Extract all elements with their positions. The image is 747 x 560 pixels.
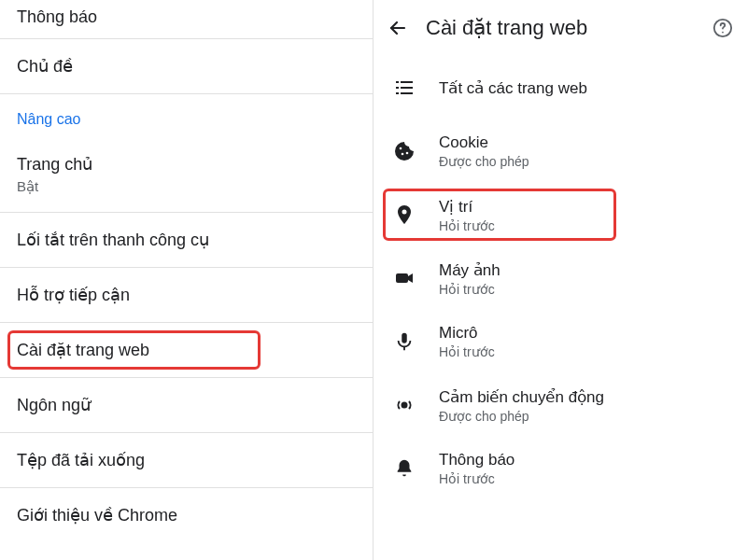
item-title: Cài đặt trang web bbox=[17, 340, 356, 360]
settings-item-language[interactable]: Ngôn ngữ bbox=[0, 378, 373, 433]
item-title: Trang chủ bbox=[17, 154, 356, 175]
help-button[interactable] bbox=[712, 17, 734, 39]
svg-rect-5 bbox=[401, 87, 413, 89]
camera-icon bbox=[392, 266, 416, 290]
svg-point-8 bbox=[400, 147, 402, 150]
section-advanced: Nâng cao bbox=[0, 94, 373, 137]
settings-item-toolbar-shortcut[interactable]: Lối tắt trên thanh công cụ bbox=[0, 213, 373, 268]
settings-item-downloads[interactable]: Tệp đã tải xuống bbox=[0, 433, 373, 488]
settings-item-site-settings[interactable]: Cài đặt trang web bbox=[0, 323, 373, 378]
settings-item-theme[interactable]: Chủ đề bbox=[0, 39, 373, 94]
site-item-camera[interactable]: Máy ảnh Hỏi trước bbox=[374, 246, 747, 310]
svg-point-1 bbox=[722, 32, 724, 34]
site-item-location[interactable]: Vị trí Hỏi trước bbox=[374, 183, 747, 246]
mic-icon bbox=[392, 329, 416, 354]
svg-rect-2 bbox=[396, 81, 399, 83]
settings-item-accessibility[interactable]: Hỗ trợ tiếp cận bbox=[0, 268, 373, 323]
svg-point-9 bbox=[402, 153, 404, 156]
back-button[interactable] bbox=[387, 17, 409, 39]
arrow-left-icon bbox=[387, 17, 409, 39]
toolbar: Cài đặt trang web bbox=[374, 0, 747, 56]
item-subtitle: Được cho phép bbox=[439, 409, 604, 424]
svg-rect-7 bbox=[401, 92, 413, 94]
site-item-cookie[interactable]: Cookie Được cho phép bbox=[374, 119, 747, 183]
site-item-motion-sensor[interactable]: Cảm biến chuyển động Được cho phép bbox=[374, 373, 747, 437]
svg-rect-13 bbox=[402, 333, 407, 343]
svg-rect-12 bbox=[396, 273, 408, 283]
list-icon bbox=[392, 76, 416, 100]
item-title: Giới thiệu về Chrome bbox=[17, 505, 356, 525]
item-subtitle: Được cho phép bbox=[439, 154, 529, 169]
svg-rect-4 bbox=[396, 87, 399, 89]
svg-rect-6 bbox=[396, 92, 399, 94]
settings-item-notifications[interactable]: Thông báo bbox=[0, 0, 373, 39]
item-subtitle: Hỏi trước bbox=[439, 471, 514, 486]
svg-rect-3 bbox=[401, 81, 413, 83]
bell-icon bbox=[392, 456, 416, 481]
location-icon bbox=[392, 203, 416, 227]
item-title: Ngôn ngữ bbox=[17, 395, 356, 415]
item-subtitle: Hỏi trước bbox=[439, 282, 500, 297]
site-item-microphone[interactable]: Micrô Hỏi trước bbox=[374, 310, 747, 373]
item-title: Tất cả các trang web bbox=[439, 78, 587, 98]
item-title: Thông báo bbox=[439, 451, 514, 469]
svg-point-11 bbox=[402, 210, 407, 215]
help-icon bbox=[712, 18, 733, 38]
site-item-all-sites[interactable]: Tất cả các trang web bbox=[374, 56, 747, 119]
cookie-icon bbox=[392, 139, 416, 163]
site-item-notifications[interactable]: Thông báo Hỏi trước bbox=[374, 437, 747, 500]
page-title: Cài đặt trang web bbox=[426, 16, 695, 40]
svg-point-10 bbox=[406, 152, 409, 155]
site-settings-pane: Cài đặt trang web Tất cả các trang web C… bbox=[374, 0, 747, 560]
settings-item-about-chrome[interactable]: Giới thiệu về Chrome bbox=[0, 488, 373, 542]
item-title: Thông báo bbox=[17, 7, 356, 27]
item-subtitle: Hỏi trước bbox=[439, 344, 495, 359]
item-title: Cookie bbox=[439, 133, 529, 152]
item-subtitle: Hỏi trước bbox=[439, 218, 495, 233]
item-title: Hỗ trợ tiếp cận bbox=[17, 285, 356, 305]
item-title: Chủ đề bbox=[17, 56, 356, 77]
item-title: Máy ảnh bbox=[439, 260, 500, 280]
settings-item-homepage[interactable]: Trang chủ Bật bbox=[0, 137, 373, 213]
item-title: Tệp đã tải xuống bbox=[17, 450, 356, 470]
item-subtitle: Bật bbox=[17, 178, 356, 195]
settings-list: Thông báo Chủ đề Nâng cao Trang chủ Bật … bbox=[0, 0, 374, 560]
sensor-icon bbox=[392, 393, 416, 417]
item-title: Micrô bbox=[439, 324, 495, 343]
svg-point-15 bbox=[402, 403, 407, 408]
item-title: Cảm biến chuyển động bbox=[439, 387, 604, 407]
item-title: Vị trí bbox=[439, 197, 495, 217]
item-title: Lối tắt trên thanh công cụ bbox=[17, 230, 356, 250]
